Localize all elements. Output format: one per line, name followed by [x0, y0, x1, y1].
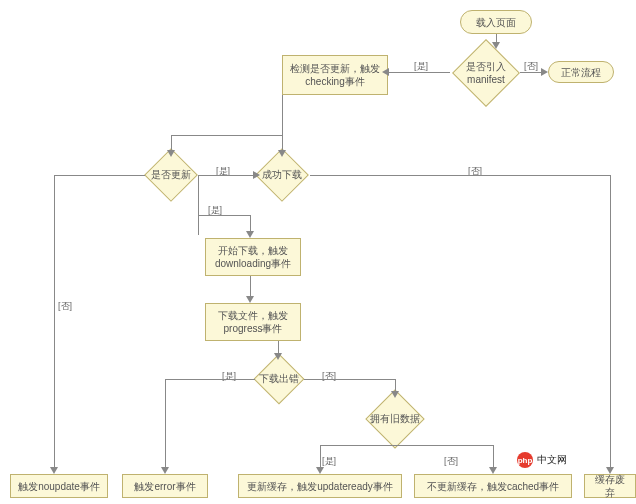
arrow-icon — [492, 42, 500, 49]
edge-label-olddata-yes: [是] — [322, 455, 336, 468]
arrow-icon — [316, 467, 324, 474]
connector — [54, 175, 145, 176]
edge-label-olddata-no: [否] — [444, 455, 458, 468]
process-checking: 检测是否更新，触发checking事件 — [282, 55, 388, 95]
process-error: 触发error事件 — [122, 474, 208, 498]
arrow-icon — [278, 150, 286, 157]
connector — [395, 445, 493, 446]
edge-label-dlerr-yes: [是] — [222, 370, 236, 383]
watermark-text: 中文网 — [537, 453, 567, 467]
connector — [610, 175, 611, 468]
connector — [520, 72, 542, 73]
watermark: php 中文网 — [517, 452, 567, 468]
process-progress: 下载文件，触发progress事件 — [205, 303, 301, 341]
connector — [165, 379, 166, 469]
connector — [250, 276, 251, 298]
connector — [165, 379, 255, 380]
decision-manifest-shape — [452, 39, 520, 107]
connector — [304, 379, 395, 380]
connector — [171, 135, 282, 136]
edge-label-dlerr-no: [否] — [322, 370, 336, 383]
process-updateready: 更新缓存，触发updateready事件 — [238, 474, 402, 498]
terminator-start: 载入页面 — [460, 10, 532, 34]
connector — [198, 215, 250, 216]
arrow-icon — [489, 467, 497, 474]
arrow-icon — [382, 68, 389, 76]
edge-label-dlsuccess-no: [否] — [468, 165, 482, 178]
connector — [198, 175, 199, 235]
edge-label-update-yes: [是] — [216, 165, 230, 178]
process-downloading: 开始下载，触发downloading事件 — [205, 238, 301, 276]
arrow-icon — [246, 296, 254, 303]
decision-dlerr-shape — [254, 354, 305, 405]
arrow-icon — [606, 467, 614, 474]
arrow-icon — [246, 231, 254, 238]
process-noupdate: 触发noupdate事件 — [10, 474, 108, 498]
process-cached: 不更新缓存，触发cached事件 — [414, 474, 572, 498]
connector — [54, 175, 55, 468]
process-obsolete: 缓存废弃 — [584, 474, 636, 498]
connector — [388, 72, 450, 73]
arrow-icon — [253, 171, 260, 179]
connector — [493, 445, 494, 469]
terminator-normal: 正常流程 — [548, 61, 614, 83]
arrow-icon — [50, 467, 58, 474]
connector — [282, 95, 283, 155]
edge-label-update-no: [否] — [58, 300, 72, 313]
connector — [310, 175, 610, 176]
arrow-icon — [167, 150, 175, 157]
connector — [320, 445, 321, 469]
arrow-icon — [274, 353, 282, 360]
arrow-icon — [541, 68, 548, 76]
connector — [320, 445, 395, 446]
arrow-icon — [391, 391, 399, 398]
connector — [198, 175, 256, 176]
decision-olddata-shape — [365, 389, 424, 448]
arrow-icon — [161, 467, 169, 474]
watermark-dot: php — [517, 452, 533, 468]
